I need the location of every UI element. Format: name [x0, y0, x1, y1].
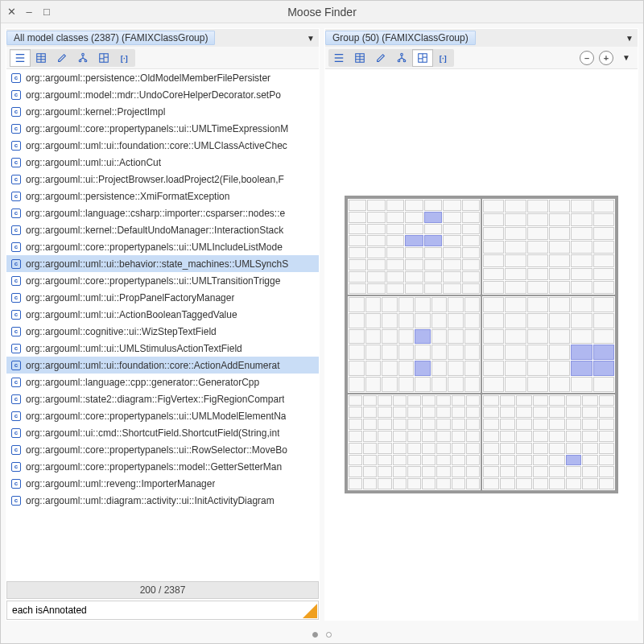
treemap-cell[interactable]: [407, 455, 421, 466]
treemap-cell[interactable]: [349, 200, 366, 211]
list-item[interactable]: org::argouml::state2::diagram::FigVertex…: [6, 390, 319, 407]
treemap-cell[interactable]: [593, 329, 614, 345]
treemap-cell[interactable]: [448, 297, 464, 312]
treemap-cell[interactable]: [582, 431, 598, 442]
treemap-cell[interactable]: [505, 281, 526, 294]
treemap-cell[interactable]: [500, 395, 516, 407]
treemap-cell[interactable]: [593, 313, 614, 328]
list-item[interactable]: org::argouml::uml::ui::foundation::core:…: [6, 357, 319, 374]
treemap-cell[interactable]: [593, 297, 614, 312]
treemap-cell[interactable]: [431, 297, 448, 312]
list-view-icon[interactable]: [328, 49, 349, 67]
treemap-cell[interactable]: [422, 466, 436, 477]
treemap-cell[interactable]: [571, 361, 592, 376]
treemap-cell[interactable]: [483, 443, 499, 454]
treemap-cell[interactable]: [571, 254, 592, 267]
treemap-cell[interactable]: [436, 407, 450, 418]
treemap-cell[interactable]: [549, 431, 565, 442]
treemap-cell[interactable]: [386, 224, 404, 235]
treemap-cell[interactable]: [367, 259, 385, 270]
treemap-cell[interactable]: [505, 213, 526, 226]
treemap-cell[interactable]: [483, 241, 504, 254]
treemap-cell[interactable]: [599, 407, 615, 418]
list-item[interactable]: org::argouml::uml::reveng::ImporterManag…: [6, 475, 319, 492]
treemap-cell[interactable]: [363, 478, 377, 489]
inspect-icon[interactable]: [·]: [433, 49, 454, 67]
left-pane-title[interactable]: All model classes (2387) (FAMIXClassGrou…: [6, 31, 215, 45]
treemap-cell[interactable]: [365, 297, 382, 312]
list-item[interactable]: org::argouml::core::propertypanels::ui::…: [6, 238, 319, 255]
list-item[interactable]: org::argouml::core::propertypanels::ui::…: [6, 441, 319, 458]
treemap-cell[interactable]: [593, 213, 614, 226]
treemap-cell[interactable]: [398, 345, 415, 360]
treemap-cell[interactable]: [431, 329, 448, 345]
treemap-cell[interactable]: [367, 247, 385, 258]
treemap-cell[interactable]: [599, 395, 615, 407]
treemap-cell[interactable]: [549, 361, 570, 376]
treemap-cell[interactable]: [533, 419, 549, 430]
list-view-icon[interactable]: [10, 49, 31, 67]
treemap-cell[interactable]: [549, 268, 570, 281]
treemap-cell[interactable]: [466, 466, 480, 477]
treemap-block[interactable]: [482, 394, 615, 490]
treemap-cell[interactable]: [466, 419, 480, 430]
treemap-cell[interactable]: [378, 395, 391, 407]
treemap-block[interactable]: [348, 199, 481, 295]
treemap-cell[interactable]: [415, 361, 431, 376]
treemap-cell[interactable]: [448, 345, 464, 360]
treemap-cell[interactable]: [483, 297, 504, 312]
treemap-cell[interactable]: [363, 407, 377, 418]
treemap-cell[interactable]: [582, 478, 598, 489]
treemap-cell[interactable]: [566, 443, 582, 454]
treemap-block[interactable]: [482, 296, 615, 392]
treemap-cell[interactable]: [407, 419, 421, 430]
treemap-cell[interactable]: [393, 466, 407, 477]
treemap-cell[interactable]: [365, 361, 382, 376]
treemap-cell[interactable]: [398, 313, 415, 328]
treemap-cell[interactable]: [533, 478, 549, 489]
treemap-cell[interactable]: [378, 455, 391, 466]
treemap-cell[interactable]: [349, 395, 362, 407]
list-item[interactable]: org::argouml::uml::diagram::activity::ui…: [6, 492, 319, 509]
treemap-cell[interactable]: [593, 377, 614, 392]
treemap-cell[interactable]: [382, 297, 398, 312]
treemap-cell[interactable]: [393, 395, 407, 407]
treemap-cell[interactable]: [448, 377, 464, 392]
treemap-cell[interactable]: [505, 313, 526, 328]
treemap-cell[interactable]: [349, 455, 362, 466]
treemap-cell[interactable]: [571, 313, 592, 328]
treemap-cell[interactable]: [422, 395, 436, 407]
treemap-cell[interactable]: [415, 345, 431, 360]
treemap-cell[interactable]: [436, 431, 450, 442]
treemap-cell[interactable]: [407, 478, 421, 489]
treemap-cell[interactable]: [464, 345, 481, 360]
list-item[interactable]: org::argouml::language::csharp::importer…: [6, 204, 319, 221]
treemap-cell[interactable]: [349, 345, 365, 360]
treemap-cell[interactable]: [505, 200, 526, 213]
treemap-cell[interactable]: [549, 466, 565, 477]
treemap-cell[interactable]: [436, 455, 450, 466]
treemap-cell[interactable]: [386, 247, 404, 258]
treemap-cell[interactable]: [405, 235, 423, 246]
maximize-icon[interactable]: □: [41, 6, 52, 18]
treemap-cell[interactable]: [452, 419, 465, 430]
treemap-cell[interactable]: [599, 455, 615, 466]
treemap-cell[interactable]: [398, 329, 415, 345]
treemap-cell[interactable]: [527, 281, 548, 294]
treemap-cell[interactable]: [533, 407, 549, 418]
treemap-cell[interactable]: [448, 329, 464, 345]
treemap-cell[interactable]: [349, 361, 365, 376]
tree-view-icon[interactable]: [391, 49, 412, 67]
treemap-cell[interactable]: [466, 431, 480, 442]
treemap-cell[interactable]: [405, 247, 423, 258]
treemap-cell[interactable]: [527, 254, 548, 267]
treemap-cell[interactable]: [483, 361, 504, 376]
treemap-cell[interactable]: [452, 407, 465, 418]
treemap-cell[interactable]: [505, 377, 526, 392]
treemap-cell[interactable]: [349, 224, 366, 235]
treemap-cell[interactable]: [527, 361, 548, 376]
treemap-cell[interactable]: [462, 200, 480, 211]
treemap-cell[interactable]: [363, 431, 377, 442]
list-item[interactable]: org::argouml::persistence::XmiFormatExce…: [6, 188, 319, 204]
treemap-cell[interactable]: [599, 466, 615, 477]
